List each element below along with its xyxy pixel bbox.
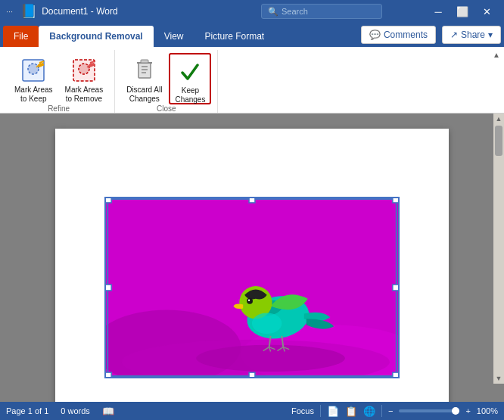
word-count: 0 words [61, 406, 90, 415]
document-image[interactable] [104, 197, 400, 378]
discard-changes-button[interactable]: Discard AllChanges [121, 53, 167, 104]
close-buttons: Discard AllChanges KeepChanges [121, 50, 211, 104]
mark-areas-keep-button[interactable]: Mark Areasto Keep [9, 53, 58, 104]
minimize-button[interactable]: ─ [427, 0, 450, 23]
search-placeholder: Search [282, 7, 308, 16]
ribbon-tab-right: 💬 Comments ↗ Share ▾ [361, 26, 501, 47]
expand-icon[interactable]: ··· [6, 7, 13, 16]
svg-rect-41 [249, 198, 255, 203]
svg-rect-38 [393, 198, 398, 203]
svg-rect-40 [393, 372, 398, 377]
comments-icon: 💬 [369, 30, 381, 40]
comments-button[interactable]: 💬 Comments [361, 26, 436, 44]
keep-changes-label: KeepChanges [175, 86, 205, 104]
focus-label[interactable]: Focus [291, 406, 314, 415]
status-bar: Page 1 of 1 0 words 📖 Focus 📄 📋 🌐 − + 10… [0, 402, 504, 420]
title-bar-left: ··· 📘 Document1 - Word [6, 3, 216, 20]
separator-2 [381, 405, 382, 417]
scroll-thumb[interactable] [495, 126, 502, 156]
separator-1 [320, 405, 321, 417]
svg-rect-42 [249, 372, 255, 377]
mark-remove-label: Mark Areasto Remove [65, 86, 104, 104]
app-icon: 📘 [20, 3, 37, 20]
search-box[interactable]: 🔍 Search [261, 4, 382, 19]
zoom-slider[interactable] [399, 409, 459, 412]
zoom-minus-button[interactable]: − [388, 406, 393, 415]
ribbon-group-close: Discard AllChanges KeepChanges Close [115, 50, 218, 113]
svg-point-27 [252, 313, 282, 334]
scroll-up-arrow[interactable]: ▲ [493, 114, 504, 124]
document-title: Document1 - Word [42, 6, 117, 17]
document-area: ▲ ▼ [0, 114, 504, 402]
tab-picture-format[interactable]: Picture Format [194, 26, 275, 47]
svg-rect-44 [393, 285, 398, 291]
read-mode-icon[interactable]: 📋 [345, 406, 357, 417]
mark-remove-icon [70, 57, 98, 84]
zoom-level: 100% [477, 406, 498, 415]
keep-changes-button[interactable]: KeepChanges [169, 53, 211, 104]
mark-keep-icon [20, 57, 47, 84]
comments-label: Comments [384, 30, 428, 40]
title-bar-center: 🔍 Search [216, 4, 427, 19]
tab-background-removal[interactable]: Background Removal [39, 26, 153, 47]
ribbon-collapse-button[interactable]: ▲ [489, 47, 504, 62]
svg-rect-14 [141, 60, 148, 63]
restore-button[interactable]: ⬜ [451, 0, 474, 23]
status-bar-right: Focus 📄 📋 🌐 − + 100% [291, 405, 498, 417]
share-button[interactable]: ↗ Share ▾ [442, 26, 501, 44]
discard-label: Discard AllChanges [126, 86, 162, 104]
web-layout-icon[interactable]: 🌐 [363, 406, 375, 417]
svg-rect-43 [106, 285, 111, 291]
share-label: Share [461, 30, 485, 40]
svg-point-22 [196, 345, 345, 372]
share-icon: ↗ [450, 30, 458, 40]
page-info: Page 1 of 1 [6, 406, 48, 415]
svg-point-25 [247, 298, 253, 304]
zoom-plus-button[interactable]: + [465, 406, 470, 415]
close-button[interactable]: ✕ [475, 0, 498, 23]
tab-view[interactable]: View [154, 26, 194, 47]
zoom-thumb[interactable] [452, 407, 459, 415]
proofread-icon[interactable]: 📖 [102, 406, 114, 417]
title-bar-controls: ─ ⬜ ✕ [427, 0, 498, 23]
svg-rect-37 [106, 198, 111, 203]
print-layout-icon[interactable]: 📄 [327, 406, 339, 417]
discard-icon [131, 57, 158, 84]
svg-rect-12 [138, 63, 151, 78]
ribbon-group-refine: Mark Areasto Keep Mark Areasto Remove [3, 50, 115, 113]
mark-areas-remove-button[interactable]: Mark Areasto Remove [60, 53, 109, 104]
scroll-down-arrow[interactable]: ▼ [493, 373, 504, 384]
tab-file[interactable]: File [3, 26, 39, 47]
vertical-scrollbar[interactable]: ▲ ▼ [493, 114, 504, 384]
document-page [55, 129, 449, 402]
ribbon-tabs: File Background Removal View Picture For… [0, 23, 504, 47]
ribbon: Mark Areasto Keep Mark Areasto Remove [0, 47, 504, 114]
title-bar: ··· 📘 Document1 - Word 🔍 Search ─ ⬜ ✕ [0, 0, 504, 23]
svg-point-26 [248, 300, 250, 301]
svg-rect-39 [106, 372, 111, 377]
mark-keep-label: Mark Areasto Keep [14, 86, 53, 104]
refine-buttons: Mark Areasto Keep Mark Areasto Remove [9, 50, 108, 104]
search-icon: 🔍 [268, 7, 278, 17]
share-chevron-icon: ▾ [488, 30, 493, 40]
keep-changes-icon [176, 58, 204, 85]
